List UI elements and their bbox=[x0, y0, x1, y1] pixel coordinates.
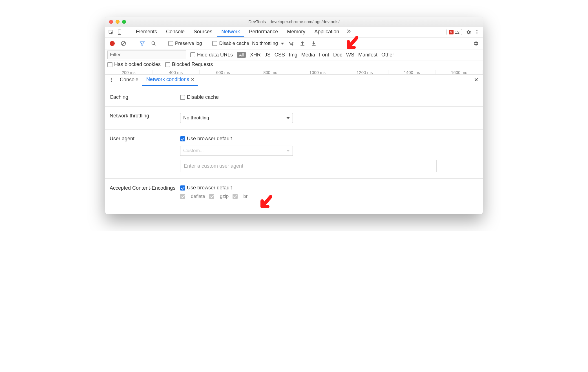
throttling-label: Network throttling bbox=[110, 113, 180, 123]
filter-type-css[interactable]: CSS bbox=[275, 52, 285, 58]
tab-console[interactable]: Console bbox=[162, 27, 189, 37]
close-drawer-icon[interactable]: × bbox=[474, 75, 478, 84]
separator bbox=[207, 40, 207, 47]
disable-cache-checkbox-panel[interactable]: Disable cache bbox=[180, 94, 478, 100]
blocked-requests-checkbox[interactable]: Blocked Requests bbox=[165, 62, 213, 67]
throttling-select-value: No throttling bbox=[183, 115, 209, 121]
clear-icon[interactable] bbox=[119, 39, 128, 48]
tab-elements[interactable]: Elements bbox=[132, 27, 161, 37]
separator bbox=[133, 40, 133, 47]
tab-memory[interactable]: Memory bbox=[283, 27, 309, 37]
device-toolbar-icon[interactable] bbox=[115, 28, 124, 36]
caret-down-icon bbox=[286, 117, 290, 119]
more-tabs-icon[interactable] bbox=[344, 27, 353, 36]
drawer-tab-network-conditions[interactable]: Network conditions × bbox=[142, 75, 198, 86]
timeline-tick: 1400 ms bbox=[388, 70, 436, 74]
svg-point-5 bbox=[476, 33, 477, 34]
filter-icon[interactable] bbox=[138, 39, 147, 48]
network-settings-gear-icon[interactable] bbox=[472, 39, 480, 48]
deflate-checkbox bbox=[180, 194, 185, 199]
user-agent-label: User agent bbox=[110, 136, 180, 172]
network-conditions-icon[interactable] bbox=[287, 39, 295, 48]
svg-rect-12 bbox=[312, 45, 315, 46]
br-checkbox bbox=[233, 194, 238, 199]
hide-data-urls-checkbox[interactable]: Hide data URLs bbox=[190, 52, 233, 58]
upload-har-icon[interactable] bbox=[298, 39, 307, 48]
filter-type-font[interactable]: Font bbox=[319, 52, 329, 58]
svg-point-10 bbox=[292, 44, 293, 46]
main-tabs: Elements Console Sources Network Perform… bbox=[132, 27, 446, 37]
timeline-tick: 1600 ms bbox=[436, 70, 483, 74]
filter-type-xhr[interactable]: XHR bbox=[250, 52, 261, 58]
tab-sources[interactable]: Sources bbox=[190, 27, 216, 37]
filter-type-img[interactable]: Img bbox=[289, 52, 297, 58]
disable-cache-label: Disable cache bbox=[219, 41, 249, 46]
caching-label: Caching bbox=[110, 94, 180, 100]
ua-custom-value: Custom... bbox=[183, 148, 204, 154]
filter-type-doc[interactable]: Doc bbox=[333, 52, 342, 58]
network-toolbar: Preserve log Disable cache No throttling bbox=[105, 38, 483, 49]
close-tab-icon[interactable]: × bbox=[191, 76, 194, 83]
tab-performance[interactable]: Performance bbox=[245, 27, 282, 37]
throttling-select[interactable]: No throttling bbox=[252, 41, 284, 46]
caching-row: Caching Disable cache bbox=[105, 88, 483, 107]
timeline-tick: 800 ms bbox=[247, 70, 294, 74]
ua-custom-select: Custom... bbox=[180, 146, 293, 156]
enc-default-label: Use browser default bbox=[187, 185, 232, 191]
disable-cache-checkbox[interactable]: Disable cache bbox=[212, 41, 249, 46]
settings-gear-icon[interactable] bbox=[464, 28, 473, 36]
ua-custom-input bbox=[180, 160, 437, 172]
svg-line-9 bbox=[154, 44, 156, 45]
ua-browser-default-checkbox[interactable]: Use browser default bbox=[180, 136, 478, 142]
hide-data-urls-label: Hide data URLs bbox=[197, 52, 233, 58]
has-blocked-cookies-checkbox[interactable]: Has blocked cookies bbox=[107, 62, 161, 67]
search-icon[interactable] bbox=[149, 39, 158, 48]
filter-type-ws[interactable]: WS bbox=[346, 52, 354, 58]
filter-type-all[interactable]: All bbox=[237, 52, 246, 58]
tab-application[interactable]: Application bbox=[310, 27, 343, 37]
timeline-tick: 600 ms bbox=[200, 70, 247, 74]
preserve-log-label: Preserve log bbox=[175, 41, 202, 46]
blocked-requests-label: Blocked Requests bbox=[172, 62, 213, 67]
throttling-select-panel[interactable]: No throttling bbox=[180, 113, 293, 123]
disable-cache-label: Disable cache bbox=[187, 94, 219, 100]
caret-down-icon bbox=[281, 43, 284, 45]
record-button[interactable] bbox=[108, 39, 116, 48]
filter-type-other[interactable]: Other bbox=[381, 52, 394, 58]
svg-point-13 bbox=[111, 78, 112, 78]
timeline-tick: 400 ms bbox=[152, 70, 200, 74]
svg-point-4 bbox=[476, 32, 477, 32]
filter-type-media[interactable]: Media bbox=[301, 52, 315, 58]
main-tabs-row: Elements Console Sources Network Perform… bbox=[105, 27, 483, 38]
network-conditions-panel: Caching Disable cache Network throttling… bbox=[105, 85, 483, 214]
error-count-badge[interactable]: ✕ 12 bbox=[446, 29, 462, 35]
titlebar: DevTools - developer.chrome.com/tags/dev… bbox=[105, 17, 483, 27]
tab-network[interactable]: Network bbox=[217, 27, 244, 37]
svg-point-14 bbox=[111, 79, 112, 80]
kebab-menu-icon[interactable] bbox=[473, 28, 481, 36]
svg-rect-11 bbox=[300, 45, 304, 46]
svg-point-8 bbox=[152, 41, 154, 44]
br-label: br bbox=[243, 194, 247, 199]
download-har-icon[interactable] bbox=[310, 39, 318, 48]
error-count: 12 bbox=[455, 30, 459, 34]
caret-down-icon bbox=[286, 150, 290, 152]
svg-point-3 bbox=[476, 30, 477, 31]
drawer-tab-console[interactable]: Console bbox=[116, 75, 142, 84]
timeline-tick: 200 ms bbox=[105, 70, 152, 74]
drawer-kebab-icon[interactable] bbox=[107, 76, 116, 84]
window-title: DevTools - developer.chrome.com/tags/dev… bbox=[105, 19, 483, 24]
filter-input[interactable] bbox=[107, 51, 186, 59]
preserve-log-checkbox[interactable]: Preserve log bbox=[168, 41, 202, 46]
deflate-label: deflate bbox=[191, 194, 205, 199]
gzip-label: gzip bbox=[220, 194, 229, 199]
filter-subrow: Has blocked cookies Blocked Requests bbox=[105, 60, 483, 70]
error-icon: ✕ bbox=[449, 30, 454, 34]
encodings-browser-default-checkbox[interactable]: Use browser default bbox=[180, 185, 478, 191]
network-timeline[interactable]: 200 ms 400 ms 600 ms 800 ms 1000 ms 1200… bbox=[105, 70, 483, 75]
filter-type-manifest[interactable]: Manifest bbox=[358, 52, 377, 58]
content-encodings-label: Accepted Content-Encodings bbox=[110, 185, 180, 199]
filter-type-js[interactable]: JS bbox=[265, 52, 271, 58]
svg-point-15 bbox=[111, 81, 112, 82]
inspect-element-icon[interactable] bbox=[107, 28, 115, 36]
